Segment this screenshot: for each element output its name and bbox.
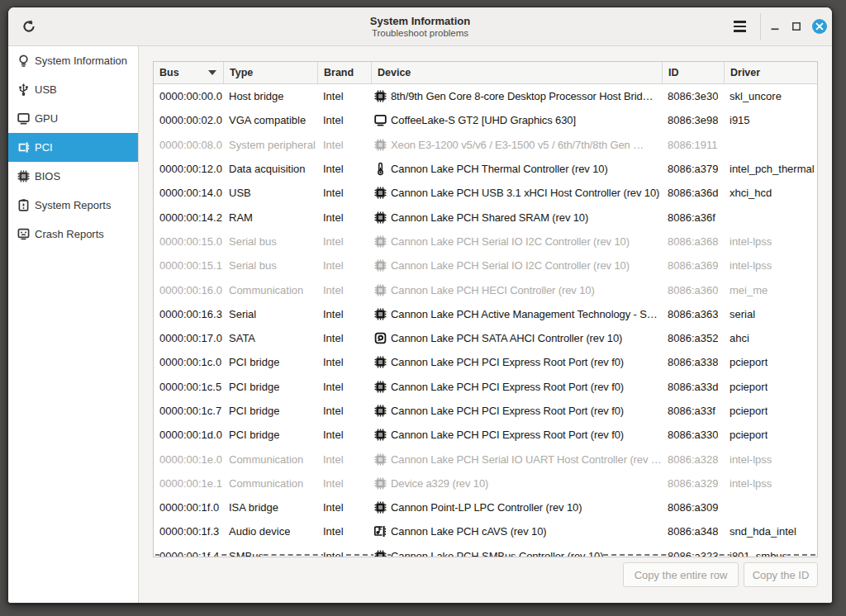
- cell-driver: [724, 495, 816, 519]
- chip-icon: [373, 186, 387, 200]
- table-row[interactable]: 0000:00:1f.3Audio deviceIntelCannon Lake…: [154, 519, 817, 543]
- cell-driver-text: i801_smbus: [730, 550, 787, 557]
- cell-bus-text: 0000:00:12.0: [159, 163, 222, 175]
- cell-device: Cannon Lake PCH Active Management Techno…: [371, 302, 662, 326]
- cell-id: 8086:a348: [662, 519, 724, 543]
- column-header-driver[interactable]: Driver: [724, 62, 816, 83]
- cell-brand: Intel: [317, 133, 371, 157]
- sidebar-item-label: GPU: [35, 112, 58, 125]
- table-row[interactable]: 0000:00:12.0Data acquisitionIntelCannon …: [154, 157, 817, 181]
- cell-device-text: Cannon Lake PCH Serial IO UART Host Cont…: [391, 453, 662, 466]
- sidebar-item-label: System Information: [35, 54, 127, 67]
- cell-type-text: Communication: [229, 284, 303, 296]
- table-row[interactable]: 0000:00:16.3SerialIntelCannon Lake PCH A…: [154, 302, 817, 326]
- table-row[interactable]: 0000:00:1c.5PCI bridgeIntelCannon Lake P…: [154, 375, 817, 399]
- sidebar-item-usb[interactable]: USB: [8, 75, 138, 104]
- cell-id: 8086:3e98: [662, 108, 724, 132]
- column-header-device[interactable]: Device: [371, 62, 662, 83]
- cell-type: Serial bus: [223, 254, 317, 277]
- table-row[interactable]: 0000:00:1f.0ISA bridgeIntelCannon Point-…: [154, 495, 817, 519]
- chip-icon: [373, 500, 387, 514]
- cell-id: 8086:a330: [662, 423, 724, 447]
- cell-driver: i915: [724, 108, 816, 132]
- cell-driver: intel-lpss: [724, 254, 816, 277]
- cell-bus-text: 0000:00:1e.0: [159, 453, 222, 466]
- table-row[interactable]: 0000:00:1d.0PCI bridgeIntelCannon Lake P…: [154, 423, 817, 447]
- sidebar-item-bios[interactable]: BIOS: [8, 162, 138, 191]
- cell-type-text: Communication: [229, 453, 303, 466]
- table-row[interactable]: 0000:00:1c.0PCI bridgeIntelCannon Lake P…: [154, 350, 817, 374]
- cell-brand: Intel: [317, 254, 371, 277]
- table-row[interactable]: 0000:00:1e.0CommunicationIntelCannon Lak…: [154, 447, 817, 471]
- cell-device-text: Cannon Lake PCH Thermal Controller (rev …: [391, 163, 608, 175]
- close-button[interactable]: [812, 19, 827, 34]
- table-row[interactable]: 0000:00:15.1Serial busIntelCannon Lake P…: [154, 254, 817, 277]
- cell-bus: 0000:00:15.0: [154, 230, 223, 254]
- sidebar-item-pci[interactable]: PCI: [8, 133, 138, 162]
- table-row[interactable]: 0000:00:14.0USBIntelCannon Lake PCH USB …: [154, 181, 817, 205]
- refresh-button[interactable]: [21, 19, 36, 34]
- cell-bus-text: 0000:00:1f.0: [159, 501, 219, 514]
- cell-bus: 0000:00:1e.1: [154, 471, 223, 495]
- copy-id-button[interactable]: Copy the ID: [744, 562, 818, 587]
- sidebar-item-system-reports[interactable]: System Reports: [8, 191, 138, 220]
- table-row[interactable]: 0000:00:1c.7PCI bridgeIntelCannon Lake P…: [154, 399, 817, 423]
- minimize-icon: [770, 21, 780, 31]
- cell-id-text: 8086:a330: [668, 429, 718, 441]
- column-header-brand[interactable]: Brand: [317, 62, 371, 83]
- cell-id-text: 8086:a329: [668, 477, 718, 490]
- cell-device: CoffeeLake-S GT2 [UHD Graphics 630]: [371, 108, 662, 132]
- copy-row-button[interactable]: Copy the entire row: [623, 562, 739, 587]
- cell-bus: 0000:00:1c.7: [154, 399, 223, 423]
- sidebar-item-crash-reports[interactable]: Crash Reports: [8, 220, 138, 249]
- cell-id-text: 8086:a338: [668, 356, 718, 368]
- table-row[interactable]: 0000:00:1f.4SMBusIntelCannon Lake PCH SM…: [154, 544, 817, 557]
- cell-brand-text: Intel: [323, 114, 344, 126]
- cell-device: Cannon Lake PCH SATA AHCI Controller (re…: [371, 326, 662, 350]
- cell-bus-text: 0000:00:08.0: [159, 139, 222, 151]
- cell-device: Cannon Lake PCH SMBus Controller (rev 10…: [371, 544, 662, 557]
- cell-brand-text: Intel: [323, 381, 344, 393]
- cell-brand-text: Intel: [323, 550, 344, 557]
- table-row[interactable]: 0000:00:02.0VGA compatibleIntelCoffeeLak…: [154, 108, 817, 132]
- cell-device-text: Cannon Lake PCH USB 3.1 xHCI Host Contro…: [391, 187, 659, 199]
- table-row[interactable]: 0000:00:14.2RAMIntelCannon Lake PCH Shar…: [154, 205, 817, 229]
- cell-id-text: 8086:a309: [668, 501, 718, 514]
- cell-id-text: 8086:1911: [668, 139, 718, 151]
- cell-bus-text: 0000:00:16.0: [159, 284, 222, 296]
- cell-device-text: Xeon E3-1200 v5/v6 / E3-1500 v5 / 6th/7t…: [391, 139, 644, 151]
- cell-id-text: 8086:a36d: [668, 187, 718, 199]
- cell-id: 8086:a328: [662, 447, 724, 471]
- cell-device-text: Cannon Lake PCH PCI Express Root Port (r…: [391, 381, 624, 393]
- minimize-button[interactable]: [764, 16, 786, 37]
- table-row[interactable]: 0000:00:17.0SATAIntelCannon Lake PCH SAT…: [154, 326, 817, 350]
- monitor-icon: [17, 111, 31, 126]
- sidebar-item-system-information[interactable]: System Information: [8, 46, 138, 75]
- cell-bus-text: 0000:00:1c.0: [159, 356, 221, 368]
- cell-id: 8086:a329: [662, 471, 724, 495]
- cell-driver-text: ahci: [730, 332, 749, 344]
- table-row[interactable]: 0000:00:00.0Host bridgeIntel8th/9th Gen …: [154, 84, 817, 108]
- cell-driver-text: intel-lpss: [730, 259, 772, 272]
- cell-device-text: Cannon Lake PCH SATA AHCI Controller (re…: [391, 332, 622, 344]
- cell-bus: 0000:00:14.2: [154, 205, 223, 229]
- table-row[interactable]: 0000:00:08.0System peripheralIntelXeon E…: [154, 133, 817, 157]
- table-row[interactable]: 0000:00:16.0CommunicationIntelCannon Lak…: [154, 277, 817, 301]
- sidebar-item-gpu[interactable]: GPU: [8, 104, 138, 133]
- menu-button[interactable]: [729, 16, 750, 37]
- cell-device: Cannon Lake PCH USB 3.1 xHCI Host Contro…: [371, 181, 662, 205]
- cell-id-text: 8086:a348: [668, 525, 718, 538]
- cell-device-text: Cannon Lake PCH Serial IO I2C Controller…: [391, 259, 630, 272]
- maximize-button[interactable]: [786, 16, 807, 37]
- table-row[interactable]: 0000:00:1e.1CommunicationIntelDevice a32…: [154, 471, 817, 495]
- pci-card-icon: [17, 140, 31, 154]
- chip-icon: [373, 428, 387, 442]
- cell-id: 8086:a352: [662, 326, 724, 350]
- cell-brand: Intel: [317, 157, 371, 181]
- table-row[interactable]: 0000:00:15.0Serial busIntelCannon Lake P…: [154, 230, 817, 254]
- column-header-type[interactable]: Type: [223, 62, 317, 83]
- cell-brand: Intel: [317, 350, 371, 374]
- cell-brand-text: Intel: [323, 90, 344, 102]
- column-header-id[interactable]: ID: [662, 62, 724, 83]
- column-header-bus[interactable]: Bus: [154, 62, 223, 83]
